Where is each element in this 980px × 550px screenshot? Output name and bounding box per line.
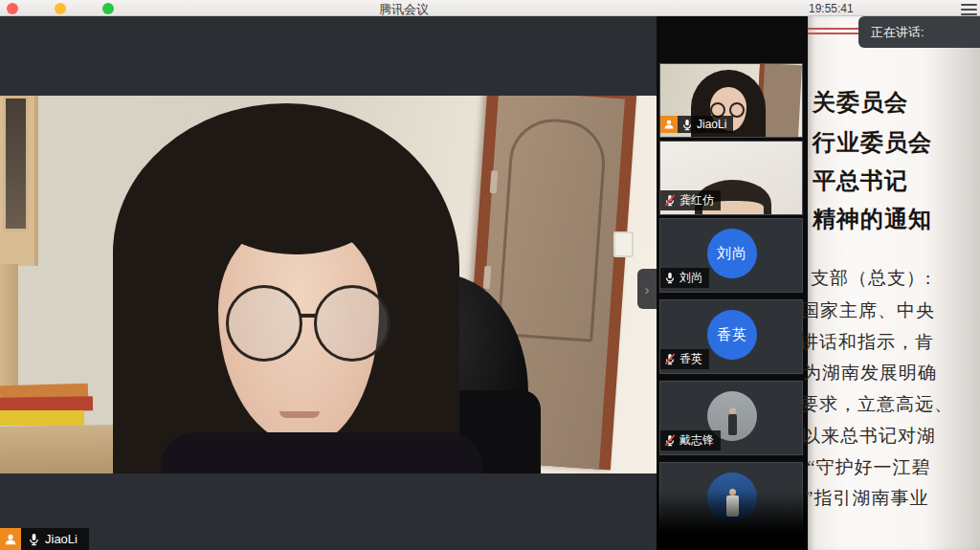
avatar: 香英: [707, 310, 757, 360]
now-speaking-text: 正在讲话:: [871, 24, 924, 41]
screen: 腾讯会议 19:55:41: [0, 0, 980, 550]
menubar-clock: 19:55:41: [809, 2, 854, 15]
main-video-feed[interactable]: [0, 96, 657, 473]
participant-tile-jiaoli[interactable]: JiaoLi: [659, 63, 803, 138]
glasses-bridge: [301, 314, 316, 318]
mic-on-icon: [681, 119, 693, 131]
participant-label: JiaoLi: [660, 116, 733, 133]
book-spine: [0, 410, 84, 426]
doc-body-line: 以来总书记对湖: [802, 424, 936, 449]
participant-name: 龚红仿: [679, 192, 714, 209]
sidebar-collapse-handle[interactable]: ›: [637, 269, 657, 309]
person-jacket: [161, 432, 482, 473]
participants-sidebar: JiaoLi 龚红仿 刘尚 刘尚 香英 香英: [657, 16, 808, 550]
participant-name: 香英: [679, 351, 702, 367]
participant-label: 戴志锋: [660, 430, 721, 451]
doc-title-line: 行业委员会: [813, 127, 932, 158]
self-name-row: JiaoLi: [0, 528, 89, 550]
bookshelf-side: [0, 264, 18, 393]
avatar: 刘尚: [707, 229, 757, 278]
host-badge-icon: [0, 528, 21, 550]
participant-tile-daizhifeng[interactable]: 戴志锋: [659, 381, 803, 455]
glasses-left-lens: [226, 285, 302, 362]
participant-tile-xiangying[interactable]: 香英 香英: [659, 299, 803, 374]
doc-body-line: ”指引湖南事业: [805, 486, 928, 511]
participant-tile-liushang[interactable]: 刘尚 刘尚: [659, 218, 803, 293]
mic-muted-icon: [664, 194, 676, 207]
now-speaking-badge: 正在讲话:: [858, 16, 980, 48]
doc-body-line: 支部（总支）:: [811, 266, 931, 291]
participant-name: 刘尚: [679, 270, 702, 286]
doc-title-line: 精神的通知: [813, 204, 932, 234]
bookshelf: [0, 96, 38, 266]
mic-on-icon: [664, 272, 676, 284]
doc-body-line: 为湖南发展明确: [803, 361, 937, 385]
doc-body-line: “守护好一江碧: [807, 455, 930, 480]
participant-name: JiaoLi: [697, 118, 726, 131]
self-name-label: JiaoLi: [21, 528, 89, 550]
doc-body-line: 国家主席、中央: [801, 298, 935, 323]
light-switch: [613, 231, 634, 257]
window-title: 腾讯会议: [0, 1, 808, 18]
mic-muted-icon: [664, 353, 676, 365]
host-badge-icon: [660, 116, 678, 133]
person-mouth: [279, 411, 320, 418]
participant-name: 戴志锋: [679, 432, 714, 449]
participant-tile-gonghongfang[interactable]: 龚红仿: [659, 141, 803, 215]
chevron-right-icon: ›: [645, 281, 650, 297]
doc-title-line: 平总书记: [813, 165, 908, 196]
participant-label: 香英: [660, 349, 709, 369]
doc-body-line: 讲话和指示，肯: [800, 330, 934, 355]
doc-body-line: 要求，立意高远、: [800, 392, 953, 417]
mic-on-icon: [28, 533, 40, 546]
sidebar-bottom-fade: [657, 491, 808, 550]
participant-label: 刘尚: [660, 268, 709, 288]
glasses-right-lens: [314, 285, 390, 362]
self-name-text: JiaoLi: [45, 532, 78, 546]
document-window[interactable]: 关委员会 行业委员会 平总书记 精神的通知 支部（总支）: 国家主席、中央 讲话…: [808, 16, 980, 550]
mic-muted-icon: [664, 434, 676, 447]
participant-label: 龚红仿: [660, 190, 721, 210]
doc-title-line: 关委员会: [813, 87, 908, 118]
titlebar: 腾讯会议 19:55:41: [0, 0, 980, 16]
